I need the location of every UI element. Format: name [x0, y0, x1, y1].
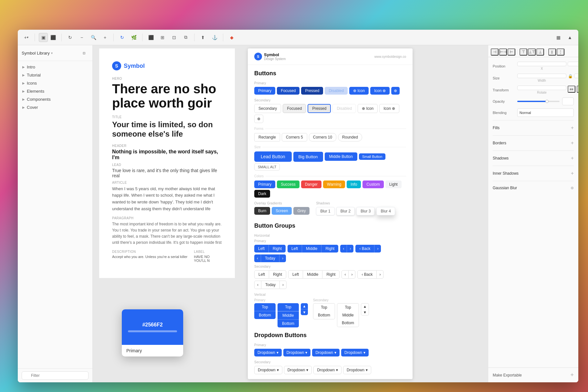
btn-small[interactable]: Small Button	[359, 153, 385, 160]
btn-icon-left[interactable]: ⊕ Icon	[349, 87, 369, 95]
zoom-button[interactable]: 🔍	[89, 33, 98, 42]
vert-btn-bottom-s[interactable]: Bottom	[313, 311, 335, 319]
btn-color-success[interactable]: Success	[277, 181, 299, 188]
zoom-plus-button[interactable]: +	[100, 33, 110, 42]
btn-secondary-icon-right[interactable]: Icon ⊕	[379, 104, 399, 113]
btn-secondary-focused[interactable]: Focused	[283, 104, 306, 113]
zoom-minus-button[interactable]: −	[77, 33, 86, 42]
sketch-tool[interactable]: ◆	[227, 33, 236, 42]
vert-btn-middle[interactable]: Middle	[278, 311, 299, 320]
lock-icon[interactable]: 🔒	[568, 74, 573, 79]
width-input[interactable]	[517, 74, 566, 78]
grid-tool[interactable]: ⊞	[158, 33, 167, 42]
btn-middle2[interactable]: Middle	[302, 245, 321, 253]
btn-icon-right[interactable]: Icon ⊕	[370, 87, 390, 95]
btn-small-alt[interactable]: SMALL ALT	[254, 163, 280, 170]
btn-today[interactable]: Today	[261, 254, 279, 262]
btn-secondary-disabled[interactable]: Disabled	[332, 104, 356, 113]
frame-tool[interactable]: ⬛	[48, 33, 58, 42]
btn-secondary-pressed[interactable]: Pressed	[308, 104, 331, 113]
y-input[interactable]	[568, 62, 578, 66]
btn-blur3[interactable]: Blur 3	[356, 207, 375, 215]
btn-color-dark[interactable]: Dark	[254, 190, 270, 198]
shadows-add[interactable]: +	[571, 155, 574, 161]
slice-tool[interactable]: ⊡	[170, 33, 179, 42]
vert-btn-down-s[interactable]: ▼	[361, 309, 369, 315]
btn-dropdown-outline-2[interactable]: Dropdown ▾	[284, 366, 312, 374]
btn-secondary-icon-left[interactable]: ⊕ Icon	[358, 104, 378, 113]
btn-nav-next[interactable]: ›	[347, 245, 353, 253]
btn-middle2-s[interactable]: Middle	[303, 270, 322, 279]
btn-burn[interactable]: Burn	[254, 207, 270, 215]
scroll-up[interactable]: ▲	[565, 33, 574, 42]
btn-rounded[interactable]: Rounded	[338, 133, 362, 141]
align-top-icon[interactable]: ⊤	[520, 48, 527, 56]
btn-nav-prev[interactable]: ‹	[340, 245, 347, 253]
btn-color-custom[interactable]: Custom	[362, 181, 383, 188]
opacity-slider[interactable]	[517, 101, 560, 102]
btn-color-info[interactable]: Info	[347, 181, 361, 188]
refresh-button[interactable]: ↻	[66, 33, 75, 42]
btn-back[interactable]: ‹ Back	[355, 245, 374, 253]
search-input[interactable]	[22, 371, 89, 380]
borders-header[interactable]: Borders +	[493, 139, 574, 147]
blending-select[interactable]: Normal	[517, 108, 574, 117]
btn-corners5[interactable]: Corners 5	[282, 133, 307, 141]
vert-btn-top2-s[interactable]: Top	[337, 303, 359, 311]
align-bottom-icon[interactable]: ⊥	[536, 48, 544, 56]
btn-icon-only[interactable]: ⊕	[391, 87, 400, 95]
btn-primary[interactable]: Primary	[254, 87, 275, 95]
btn-right2-s[interactable]: Right	[322, 270, 340, 279]
flip-h-icon[interactable]: ⇔	[568, 86, 575, 93]
btn-rectangle[interactable]: Rectangle	[254, 133, 280, 141]
height-input[interactable]	[574, 74, 578, 78]
panels-toggle[interactable]: ▦	[554, 33, 563, 42]
btn-color-danger[interactable]: Danger	[301, 181, 321, 188]
fills-add[interactable]: +	[571, 125, 574, 131]
vert-btn-up[interactable]: ▲	[301, 303, 308, 309]
frame-body[interactable]: Buttons Primary Primary Focused Pressed …	[248, 65, 413, 379]
shadows-header[interactable]: Shadows +	[493, 154, 574, 162]
sidebar-item-intro[interactable]: ▶ Intro	[18, 63, 92, 71]
select-tool[interactable]: ▣	[39, 33, 48, 42]
gaussian-blur-header[interactable]: Gaussian Blur ⊕	[493, 184, 574, 191]
align-right-icon[interactable]: ⊢	[508, 48, 515, 56]
vert-btn-bottom[interactable]: Bottom	[254, 311, 276, 319]
btn-color-warning[interactable]: Warning	[323, 181, 345, 188]
align-center-h-icon[interactable]: ⊢⊣	[499, 48, 507, 56]
align-center-v-icon[interactable]: ⊥⊤	[528, 48, 536, 56]
align-left-icon[interactable]: ⊣	[491, 48, 499, 56]
exportable-add[interactable]: +	[570, 372, 574, 378]
btn-focused[interactable]: Focused	[277, 87, 299, 95]
btn-today-l[interactable]: ‹	[254, 254, 261, 262]
btn-dropdown-outline-1[interactable]: Dropdown ▾	[254, 366, 282, 374]
upload-tool[interactable]: ⬆	[198, 33, 207, 42]
distribute-h-icon[interactable]: ⫿	[548, 48, 556, 56]
distribute-v-icon[interactable]: ⋮	[557, 48, 564, 56]
vert-btn-bottom2[interactable]: Bottom	[278, 320, 299, 327]
btn-disabled[interactable]: Disabled	[325, 87, 348, 95]
inner-shadows-add[interactable]: +	[571, 170, 574, 176]
btn-blur2[interactable]: Blur 2	[336, 207, 355, 215]
btn-today-r-s[interactable]: ›	[279, 281, 287, 289]
component-tool[interactable]: ⧉	[181, 33, 190, 42]
btn-color-primary[interactable]: Primary	[254, 181, 275, 188]
gaussian-blur-toggle[interactable]: ⊕	[571, 186, 574, 190]
add-button[interactable]: + ▾	[22, 33, 31, 42]
btn-right[interactable]: Right	[268, 245, 286, 253]
btn-dropdown-4[interactable]: Dropdown ▾	[341, 349, 369, 356]
vert-btn-down[interactable]: ▼	[301, 309, 308, 315]
btn-color-light[interactable]: Light	[385, 181, 402, 188]
btn-back-r[interactable]: ›	[374, 245, 381, 253]
btn-blur4[interactable]: Blur 4	[376, 207, 395, 215]
vert-btn-bottom2-s[interactable]: Bottom	[337, 319, 359, 327]
btn-right2[interactable]: Right	[321, 245, 338, 253]
rotate-tool[interactable]: ↻	[118, 33, 127, 42]
btn-lead[interactable]: Lead Button	[254, 151, 292, 162]
btn-left[interactable]: Left	[254, 245, 268, 253]
sidebar-item-tutorial[interactable]: ▶ Tutorial	[18, 71, 92, 79]
artboard-tool[interactable]: ⬛	[146, 33, 155, 42]
btn-left2[interactable]: Left	[288, 245, 302, 253]
btn-secondary[interactable]: Secondary	[254, 104, 281, 113]
btn-dropdown-2[interactable]: Dropdown ▾	[283, 349, 311, 356]
